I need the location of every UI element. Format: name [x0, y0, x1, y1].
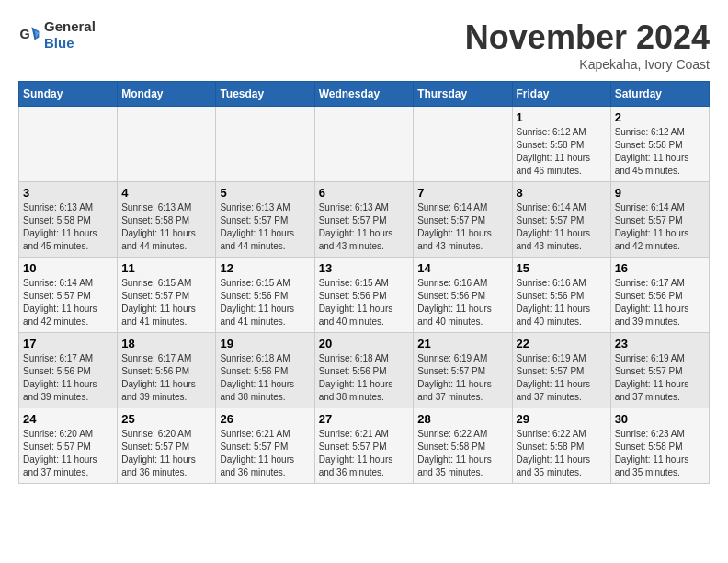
day-info: Sunrise: 6:12 AM Sunset: 5:58 PM Dayligh… [615, 126, 705, 178]
day-number: 20 [319, 337, 410, 350]
logo: G General Blue [18, 18, 96, 52]
day-number: 1 [517, 110, 607, 124]
day-number: 8 [517, 186, 607, 200]
day-number: 4 [121, 186, 211, 200]
calendar-cell: 24Sunrise: 6:20 AM Sunset: 5:57 PM Dayli… [19, 408, 118, 484]
calendar-cell: 26Sunrise: 6:21 AM Sunset: 5:57 PM Dayli… [216, 408, 314, 484]
day-info: Sunrise: 6:20 AM Sunset: 5:57 PM Dayligh… [121, 428, 211, 479]
calendar-cell: 2Sunrise: 6:12 AM Sunset: 5:58 PM Daylig… [610, 107, 709, 182]
calendar-cell: 20Sunrise: 6:18 AM Sunset: 5:56 PM Dayli… [314, 333, 414, 408]
calendar-cell: 7Sunrise: 6:14 AM Sunset: 5:57 PM Daylig… [414, 182, 512, 258]
day-header-sunday: Sunday [19, 82, 118, 107]
logo-wordmark: General Blue [44, 18, 96, 52]
day-info: Sunrise: 6:22 AM Sunset: 5:58 PM Dayligh… [417, 428, 507, 479]
day-info: Sunrise: 6:17 AM Sunset: 5:56 PM Dayligh… [615, 277, 705, 328]
day-number: 25 [121, 412, 211, 426]
day-number: 29 [517, 412, 607, 426]
calendar-cell: 5Sunrise: 6:13 AM Sunset: 5:57 PM Daylig… [216, 182, 314, 258]
day-info: Sunrise: 6:15 AM Sunset: 5:56 PM Dayligh… [319, 277, 410, 328]
day-number: 18 [121, 337, 211, 350]
day-header-friday: Friday [512, 82, 610, 107]
calendar-cell [118, 107, 216, 182]
day-number: 10 [23, 261, 113, 275]
day-info: Sunrise: 6:23 AM Sunset: 5:58 PM Dayligh… [615, 428, 705, 479]
calendar-cell: 19Sunrise: 6:18 AM Sunset: 5:56 PM Dayli… [216, 333, 314, 408]
day-number: 12 [220, 261, 310, 275]
day-info: Sunrise: 6:16 AM Sunset: 5:56 PM Dayligh… [417, 277, 507, 328]
day-number: 16 [615, 261, 705, 275]
calendar-cell [414, 107, 512, 182]
calendar-cell: 21Sunrise: 6:19 AM Sunset: 5:57 PM Dayli… [414, 333, 512, 408]
day-info: Sunrise: 6:12 AM Sunset: 5:58 PM Dayligh… [517, 126, 607, 178]
calendar-cell [314, 107, 414, 182]
calendar-cell: 4Sunrise: 6:13 AM Sunset: 5:58 PM Daylig… [118, 182, 216, 258]
calendar-cell: 16Sunrise: 6:17 AM Sunset: 5:56 PM Dayli… [610, 258, 709, 333]
calendar-cell [19, 107, 118, 182]
logo-general: General [44, 18, 96, 34]
day-number: 26 [220, 412, 310, 426]
day-header-wednesday: Wednesday [314, 82, 414, 107]
calendar-cell: 15Sunrise: 6:16 AM Sunset: 5:56 PM Dayli… [512, 258, 610, 333]
calendar-cell: 23Sunrise: 6:19 AM Sunset: 5:57 PM Dayli… [610, 333, 709, 408]
day-info: Sunrise: 6:13 AM Sunset: 5:57 PM Dayligh… [319, 201, 410, 253]
day-number: 7 [417, 186, 507, 200]
calendar-cell: 25Sunrise: 6:20 AM Sunset: 5:57 PM Dayli… [118, 408, 216, 484]
calendar-header: SundayMondayTuesdayWednesdayThursdayFrid… [19, 82, 710, 107]
day-info: Sunrise: 6:13 AM Sunset: 5:58 PM Dayligh… [121, 201, 211, 253]
week-row-4: 24Sunrise: 6:20 AM Sunset: 5:57 PM Dayli… [19, 408, 710, 484]
day-header-monday: Monday [118, 82, 216, 107]
week-row-0: 1Sunrise: 6:12 AM Sunset: 5:58 PM Daylig… [19, 107, 710, 182]
calendar-cell: 3Sunrise: 6:13 AM Sunset: 5:58 PM Daylig… [19, 182, 118, 258]
day-number: 30 [615, 412, 705, 426]
day-info: Sunrise: 6:21 AM Sunset: 5:57 PM Dayligh… [220, 428, 310, 479]
day-number: 11 [121, 261, 211, 275]
day-info: Sunrise: 6:21 AM Sunset: 5:57 PM Dayligh… [319, 428, 410, 479]
calendar-cell: 9Sunrise: 6:14 AM Sunset: 5:57 PM Daylig… [610, 182, 709, 258]
day-number: 14 [417, 261, 507, 275]
calendar-cell: 28Sunrise: 6:22 AM Sunset: 5:58 PM Dayli… [414, 408, 512, 484]
day-number: 6 [319, 186, 410, 200]
svg-text:G: G [20, 27, 30, 41]
day-number: 24 [23, 412, 113, 426]
calendar-cell: 6Sunrise: 6:13 AM Sunset: 5:57 PM Daylig… [314, 182, 414, 258]
day-info: Sunrise: 6:19 AM Sunset: 5:57 PM Dayligh… [417, 352, 507, 404]
day-number: 2 [615, 110, 705, 124]
day-number: 17 [23, 337, 113, 350]
calendar-cell: 17Sunrise: 6:17 AM Sunset: 5:56 PM Dayli… [19, 333, 118, 408]
calendar-cell: 1Sunrise: 6:12 AM Sunset: 5:58 PM Daylig… [512, 107, 610, 182]
day-number: 21 [417, 337, 507, 350]
calendar-body: 1Sunrise: 6:12 AM Sunset: 5:58 PM Daylig… [19, 107, 710, 484]
day-number: 15 [517, 261, 607, 275]
header-row: SundayMondayTuesdayWednesdayThursdayFrid… [19, 82, 710, 107]
logo-icon: G [18, 24, 40, 46]
calendar-cell: 10Sunrise: 6:14 AM Sunset: 5:57 PM Dayli… [19, 258, 118, 333]
calendar-table: SundayMondayTuesdayWednesdayThursdayFrid… [18, 81, 710, 484]
day-info: Sunrise: 6:17 AM Sunset: 5:56 PM Dayligh… [23, 352, 113, 404]
week-row-3: 17Sunrise: 6:17 AM Sunset: 5:56 PM Dayli… [19, 333, 710, 408]
day-info: Sunrise: 6:15 AM Sunset: 5:56 PM Dayligh… [220, 277, 310, 328]
day-number: 5 [220, 186, 310, 200]
calendar-cell: 22Sunrise: 6:19 AM Sunset: 5:57 PM Dayli… [512, 333, 610, 408]
day-number: 27 [319, 412, 410, 426]
calendar-cell: 18Sunrise: 6:17 AM Sunset: 5:56 PM Dayli… [118, 333, 216, 408]
day-number: 13 [319, 261, 410, 275]
calendar-cell [216, 107, 314, 182]
title-section: November 2024 Kapekaha, Ivory Coast [465, 18, 710, 72]
day-header-saturday: Saturday [610, 82, 709, 107]
calendar-cell: 14Sunrise: 6:16 AM Sunset: 5:56 PM Dayli… [414, 258, 512, 333]
day-info: Sunrise: 6:19 AM Sunset: 5:57 PM Dayligh… [615, 352, 705, 404]
day-number: 19 [220, 337, 310, 350]
day-info: Sunrise: 6:14 AM Sunset: 5:57 PM Dayligh… [417, 201, 507, 253]
day-info: Sunrise: 6:13 AM Sunset: 5:57 PM Dayligh… [220, 201, 310, 253]
day-header-thursday: Thursday [414, 82, 512, 107]
day-info: Sunrise: 6:22 AM Sunset: 5:58 PM Dayligh… [517, 428, 607, 479]
page-header: G General Blue November 2024 Kapekaha, I… [18, 18, 710, 72]
day-number: 9 [615, 186, 705, 200]
calendar-cell: 11Sunrise: 6:15 AM Sunset: 5:57 PM Dayli… [118, 258, 216, 333]
day-info: Sunrise: 6:14 AM Sunset: 5:57 PM Dayligh… [517, 201, 607, 253]
month-title: November 2024 [465, 18, 710, 57]
calendar-cell: 30Sunrise: 6:23 AM Sunset: 5:58 PM Dayli… [610, 408, 709, 484]
day-number: 3 [23, 186, 113, 200]
day-info: Sunrise: 6:18 AM Sunset: 5:56 PM Dayligh… [319, 352, 410, 404]
day-header-tuesday: Tuesday [216, 82, 314, 107]
